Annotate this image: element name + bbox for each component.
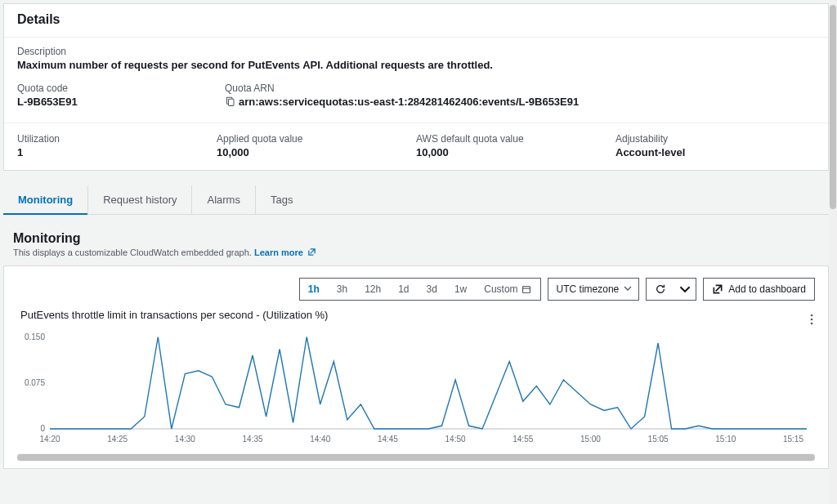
- time-range-custom[interactable]: Custom: [476, 279, 539, 300]
- svg-text:15:10: 15:10: [715, 435, 736, 444]
- copy-icon[interactable]: [225, 96, 235, 107]
- tabs-bar: MonitoringRequest historyAlarmsTags: [3, 185, 829, 215]
- chart: 00.0750.15014:2014:2514:3014:3514:4014:4…: [17, 326, 815, 447]
- description-label: Description: [17, 46, 815, 57]
- time-range-1d[interactable]: 1d: [390, 279, 418, 300]
- refresh-button-group: [646, 278, 696, 301]
- svg-text:14:55: 14:55: [512, 435, 533, 444]
- default-quota-value: 10,000: [416, 146, 615, 158]
- calendar-icon: [521, 284, 531, 294]
- applied-quota-value: 10,000: [217, 146, 416, 158]
- adjustability-label: Adjustability: [615, 133, 815, 145]
- svg-text:0: 0: [40, 424, 45, 433]
- svg-text:15:05: 15:05: [648, 435, 669, 444]
- details-heading: Details: [4, 4, 828, 32]
- refresh-icon: [655, 283, 666, 295]
- horizontal-scroll-thumb[interactable]: [17, 454, 815, 461]
- monitoring-panel: 1h3h12h1d3d1wCustom UTC timezone Add to …: [3, 265, 829, 469]
- time-range-group: 1h3h12h1d3d1wCustom: [299, 278, 541, 301]
- svg-text:14:50: 14:50: [445, 435, 466, 444]
- caret-down-icon: [679, 283, 691, 295]
- caret-down-icon: [624, 283, 632, 295]
- tab-alarms[interactable]: Alarms: [192, 185, 255, 214]
- add-to-dashboard-button[interactable]: Add to dashboard: [703, 278, 815, 301]
- chart-title: PutEvents throttle limit in transactions…: [20, 309, 815, 321]
- description-value: Maximum number of requests per second fo…: [17, 59, 815, 71]
- horizontal-scrollbar[interactable]: [17, 453, 815, 462]
- description-block: Description Maximum number of requests p…: [4, 38, 828, 71]
- time-range-3d[interactable]: 3d: [418, 279, 446, 300]
- svg-point-6: [811, 323, 813, 325]
- time-range-1w[interactable]: 1w: [446, 279, 476, 300]
- svg-text:14:45: 14:45: [378, 435, 398, 444]
- svg-text:14:35: 14:35: [243, 435, 263, 444]
- time-range-1h[interactable]: 1h: [300, 279, 329, 300]
- monitoring-heading: Monitoring: [0, 215, 837, 248]
- svg-point-4: [811, 314, 813, 317]
- quota-code-value: L-9B653E91: [17, 96, 225, 108]
- svg-text:15:00: 15:00: [580, 435, 601, 444]
- utilization-value: 1: [17, 146, 217, 158]
- time-range-12h[interactable]: 12h: [356, 279, 390, 300]
- svg-text:0.075: 0.075: [25, 378, 45, 387]
- quota-arn-text: arn:aws:servicequotas:us-east-1:28428146…: [239, 96, 579, 108]
- svg-text:15:15: 15:15: [783, 435, 803, 444]
- quota-arn-value: arn:aws:servicequotas:us-east-1:28428146…: [225, 96, 815, 108]
- monitoring-subtitle-text: This displays a customizable CloudWatch …: [13, 248, 254, 257]
- time-range-3h[interactable]: 3h: [329, 279, 356, 300]
- svg-text:14:25: 14:25: [107, 435, 128, 444]
- utilization-label: Utilization: [17, 133, 217, 145]
- tab-tags[interactable]: Tags: [256, 185, 307, 214]
- timezone-label: UTC timezone: [557, 283, 620, 295]
- learn-more-label: Learn more: [254, 248, 303, 257]
- learn-more-link[interactable]: Learn more: [254, 248, 316, 257]
- monitoring-toolbar: 1h3h12h1d3d1wCustom UTC timezone Add to …: [17, 278, 815, 301]
- vertical-scroll-thumb[interactable]: [830, 5, 836, 209]
- svg-text:0.150: 0.150: [25, 332, 45, 341]
- svg-rect-2: [522, 287, 530, 293]
- tab-request-history[interactable]: Request history: [88, 185, 192, 214]
- external-link-icon: [712, 283, 723, 295]
- vertical-scrollbar[interactable]: [829, 0, 837, 504]
- chart-menu-button[interactable]: [810, 314, 813, 328]
- svg-text:14:20: 14:20: [39, 435, 60, 444]
- external-link-icon: [307, 248, 316, 256]
- svg-rect-1: [228, 99, 234, 105]
- details-panel: Details Description Maximum number of re…: [3, 3, 829, 171]
- timezone-select[interactable]: UTC timezone: [548, 278, 640, 301]
- refresh-options-button[interactable]: [674, 278, 696, 301]
- refresh-button[interactable]: [646, 278, 674, 301]
- svg-text:14:30: 14:30: [175, 435, 195, 444]
- quota-arn-label: Quota ARN: [225, 83, 815, 94]
- default-quota-label: AWS default quota value: [416, 133, 615, 145]
- svg-point-5: [811, 319, 813, 321]
- svg-text:14:40: 14:40: [310, 435, 330, 444]
- tab-monitoring[interactable]: Monitoring: [3, 185, 88, 214]
- adjustability-value: Account-level: [615, 146, 815, 158]
- monitoring-subtitle: This displays a customizable CloudWatch …: [0, 248, 837, 265]
- quota-code-label: Quota code: [17, 83, 225, 94]
- applied-quota-label: Applied quota value: [217, 133, 416, 145]
- add-to-dashboard-label: Add to dashboard: [728, 283, 806, 295]
